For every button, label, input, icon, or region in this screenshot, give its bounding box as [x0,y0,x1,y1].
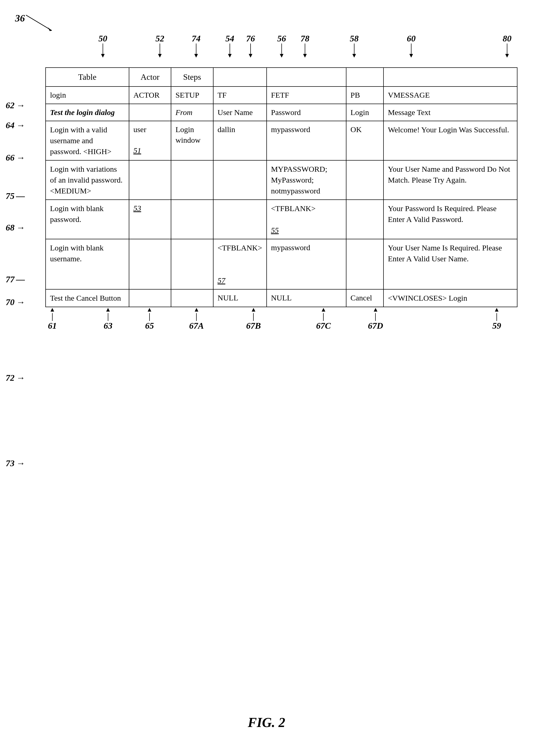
col-label-60: 60 ▼ [407,34,416,57]
header-actor: Actor [129,68,171,87]
row70-fetf-ref: 55 [271,225,342,236]
row66-fetf: mypassword [266,121,346,160]
row62-actor: ACTOR [129,87,171,104]
row68-steps [171,160,213,200]
row-label-68: 68→ [6,223,25,232]
col-label-80: 80 ▼ [503,34,512,57]
row66-tf: dallin [213,121,266,160]
col-label-bottom-67D: ▲ 67D [368,307,383,331]
row68-actor [129,160,171,200]
row66-actor-ref: 51 [133,145,167,156]
row70-table: Login with blank password. [45,200,129,239]
col-label-58: 58 ▼ [350,34,359,57]
row68-tf [213,160,266,200]
col-label-bottom-61: ▲ 61 [48,307,57,331]
table-row-62: login ACTOR SETUP TF FETF PB VMESSAGE [45,87,517,104]
row70-actor-ref: 53 [133,203,167,214]
table-row-66: Login with a valid username and password… [45,121,517,160]
table-row-68: Login with variations of an invalid pass… [45,160,517,200]
header-steps: Steps [171,68,213,87]
row73-steps [171,289,213,307]
row64-steps: From [171,104,213,121]
main-content: 50 ▼ 52 ▼ 74 ▼ 54 ▼ [21,34,518,338]
row72-steps [171,239,213,289]
header-table: Table [45,68,129,87]
figure-36-arrow [26,13,57,33]
col-label-56: 56 ▼ [277,34,286,57]
page: 36 50 ▼ 52 ▼ 74 [0,0,533,756]
header-row-1: Table Actor Steps [45,68,517,87]
col-label-76: 76 ▼ [246,34,255,57]
row62-fetf: FETF [266,87,346,104]
bottom-column-labels: ▲ 61 ▲ 63 ▲ 65 ▲ 67A [21,307,518,338]
row73-tf: NULL [213,289,266,307]
header-tf [213,68,266,87]
table-row-70: Login with blank password. 53 <TFBLANK> … [45,200,517,239]
header-vmsg [383,68,517,87]
top-column-labels: 50 ▼ 52 ▼ 74 ▼ 54 ▼ [21,34,518,68]
table-with-row-labels: Table Actor Steps login ACTOR SETUP [21,68,518,307]
col-label-50: 50 ▼ [98,34,107,57]
row64-table: Test the login dialog [45,104,129,121]
row73-vmsg: <VWINCLOSES> Login [383,289,517,307]
col-label-74: 74 ▼ [192,34,201,57]
col-label-bottom-67A: ▲ 67A [189,307,204,331]
row-label-62: 62→ [6,100,25,110]
row64-tf: User Name [213,104,266,121]
col-label-52: 52 ▼ [155,34,164,57]
row68-vmsg: Your User Name and Password Do Not Match… [383,160,517,200]
row72-vmsg: Your User Name Is Required. Please Enter… [383,239,517,289]
row62-tf: TF [213,87,266,104]
figure-caption: FIG. 2 [0,715,533,730]
row72-fetf: mypassword [266,239,346,289]
col-label-bottom-63: ▲ 63 [104,307,112,331]
row-label-72: 72→ [6,373,25,383]
figure-number-top: 36 [15,13,25,24]
row73-pb: Cancel [346,289,383,307]
col-label-54: 54 ▼ [225,34,234,57]
row72-table: Login with blank username. [45,239,129,289]
row66-vmsg: Welcome! Your Login Was Successful. [383,121,517,160]
row66-steps: Login window [171,121,213,160]
row62-steps: SETUP [171,87,213,104]
row64-actor [129,104,171,121]
main-table: Table Actor Steps login ACTOR SETUP [45,68,518,307]
header-fetf [266,68,346,87]
table-row-73: Test the Cancel Button NULL NULL Cancel … [45,289,517,307]
row-label-75: 75— [6,191,25,201]
col-label-bottom-67B: ▲ 67B [246,307,261,331]
row-label-73: 73→ [6,458,25,468]
svg-marker-1 [48,27,52,31]
row-label-77: 77— [6,275,25,284]
col-label-bottom-65: ▲ 65 [145,307,154,331]
row64-vmsg: Message Text [383,104,517,121]
row62-table: login [45,87,129,104]
row70-actor: 53 [129,200,171,239]
svg-line-0 [26,15,52,31]
row66-table: Login with a valid username and password… [45,121,129,160]
row66-pb: OK [346,121,383,160]
row64-pb: Login [346,104,383,121]
row72-actor [129,239,171,289]
col-label-bottom-67C: ▲ 67C [316,307,331,331]
row72-pb [346,239,383,289]
table-row-64: Test the login dialog From User Name Pas… [45,104,517,121]
row-label-64: 64→ [6,121,25,130]
header-pb [346,68,383,87]
row68-fetf: MYPASSWORD; MyPassword; notmypassword [266,160,346,200]
row62-vmsg: VMESSAGE [383,87,517,104]
table-row-72: Login with blank username. <TFBLANK> 57 … [45,239,517,289]
row64-fetf: Password [266,104,346,121]
row70-vmsg: Your Password Is Required. Please Enter … [383,200,517,239]
col-label-78: 78 ▼ [300,34,309,57]
row72-tf-ref: 57 [218,275,262,286]
row66-actor: user 51 [129,121,171,160]
row73-actor [129,289,171,307]
row72-tf: <TFBLANK> 57 [213,239,266,289]
row73-table: Test the Cancel Button [45,289,129,307]
row73-fetf: NULL [266,289,346,307]
row68-pb [346,160,383,200]
row70-pb [346,200,383,239]
col-label-bottom-59: ▲ 59 [492,307,501,331]
row70-fetf: <TFBLANK> 55 [266,200,346,239]
